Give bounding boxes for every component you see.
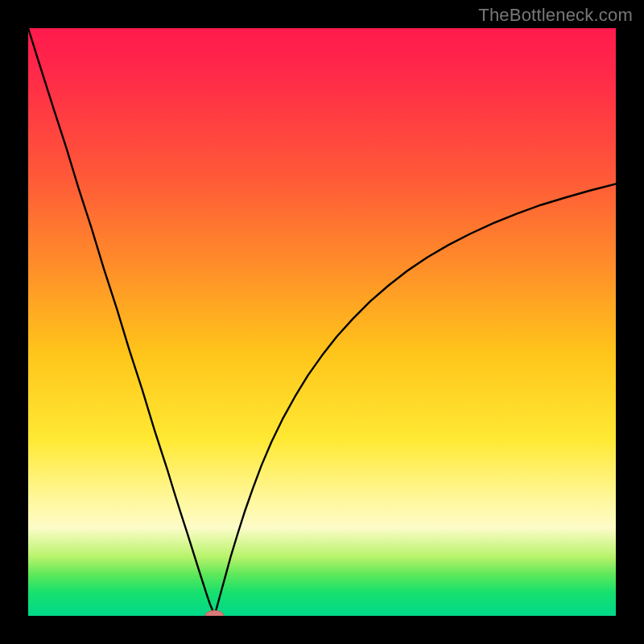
curve-layer [28, 28, 616, 616]
bottleneck-curve [28, 28, 616, 616]
minimum-marker [205, 610, 224, 616]
outer-frame: TheBottleneck.com [0, 0, 644, 644]
plot-area [28, 28, 616, 616]
watermark-text: TheBottleneck.com [478, 5, 633, 26]
